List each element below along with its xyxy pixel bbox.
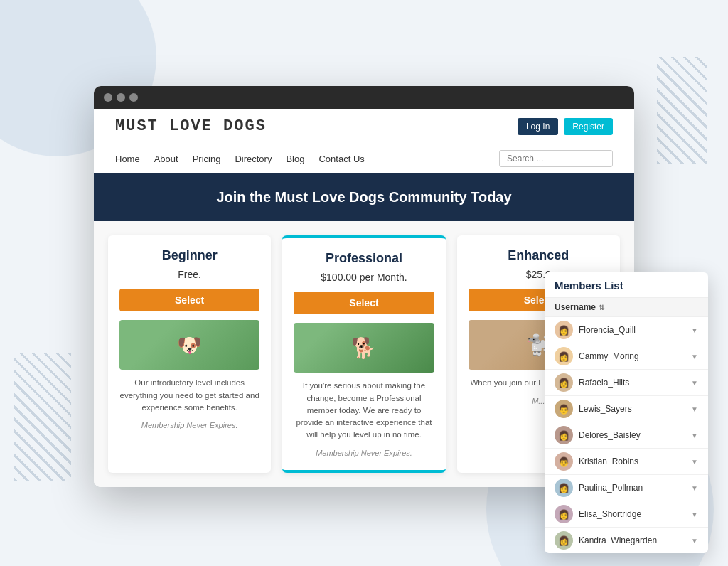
plan-name-beginner: Beginner	[119, 248, 259, 263]
avatar-emoji: 👩	[558, 430, 569, 441]
expand-arrow-icon[interactable]: ▼	[691, 326, 698, 334]
site-header: MUST LOVE DOGS Log In Register	[94, 109, 634, 144]
member-avatar: 👩	[555, 321, 573, 339]
plan-note-professional: Membership Never Expires.	[294, 449, 434, 457]
member-avatar: 👨	[555, 400, 573, 418]
member-name: Delores_Baisley	[579, 430, 641, 440]
register-button[interactable]: Register	[564, 118, 613, 135]
avatar-emoji: 👨	[558, 456, 569, 467]
member-name: Rafaela_Hiits	[579, 378, 629, 388]
member-name: Kandra_Winegarden	[579, 535, 657, 545]
expand-arrow-icon[interactable]: ▼	[691, 353, 698, 361]
member-avatar: 👩	[555, 479, 573, 497]
username-column-header: Username	[555, 302, 596, 312]
members-list-overlay: Members List Username ⇅ 👩 Florencia_Quil…	[545, 272, 708, 553]
plan-card-beginner: Beginner Free. Select 🐶 Our introductory…	[108, 235, 271, 472]
plan-price-professional: $100.00 per Month.	[294, 272, 434, 283]
member-row[interactable]: 👨 Lewis_Sayers ▼	[545, 396, 708, 422]
search-input[interactable]	[499, 150, 613, 167]
nav-links: Home About Pricing Directory Blog Contac…	[115, 152, 365, 165]
site-nav: Home About Pricing Directory Blog Contac…	[94, 144, 634, 173]
member-left: 👩 Paulina_Pollman	[555, 479, 643, 497]
select-button-beginner[interactable]: Select	[119, 289, 259, 311]
member-row[interactable]: 👩 Florencia_Quill ▼	[545, 317, 708, 343]
nav-link-directory[interactable]: Directory	[235, 154, 272, 164]
sort-icon[interactable]: ⇅	[599, 304, 604, 311]
member-avatar: 👩	[555, 347, 573, 365]
plan-card-professional: Professional $100.00 per Month. Select 🐕…	[282, 235, 445, 472]
plan-image-professional: 🐕	[294, 323, 434, 373]
nav-item-home[interactable]: Home	[115, 152, 140, 165]
member-left: 👩 Elisa_Shortridge	[555, 505, 641, 523]
member-left: 👨 Lewis_Sayers	[555, 400, 632, 418]
plan-description-professional: If you're serious about making the chang…	[294, 380, 434, 441]
nav-item-blog[interactable]: Blog	[286, 152, 304, 165]
member-avatar: 👨	[555, 452, 573, 471]
browser-chrome	[94, 86, 634, 109]
nav-item-directory[interactable]: Directory	[235, 152, 272, 165]
plan-note-beginner: Membership Never Expires.	[119, 421, 259, 429]
nav-item-contact[interactable]: Contact Us	[318, 152, 364, 165]
member-row[interactable]: 👨 Kristian_Robins ▼	[545, 449, 708, 475]
member-name: Cammy_Moring	[579, 351, 639, 361]
member-left: 👩 Delores_Baisley	[555, 426, 641, 444]
expand-arrow-icon[interactable]: ▼	[691, 432, 698, 439]
member-left: 👩 Rafaela_Hiits	[555, 373, 629, 392]
members-table-header: Username ⇅	[545, 298, 708, 317]
expand-arrow-icon[interactable]: ▼	[691, 405, 698, 413]
expand-arrow-icon[interactable]: ▼	[691, 379, 698, 387]
member-row[interactable]: 👩 Kandra_Winegarden ▼	[545, 528, 708, 553]
plan-name-enhanced: Enhanced	[469, 248, 609, 263]
nav-link-home[interactable]: Home	[115, 154, 140, 164]
hero-title: Join the Must Love Dogs Community Today	[109, 189, 619, 205]
member-row[interactable]: 👩 Delores_Baisley ▼	[545, 422, 708, 449]
expand-arrow-icon[interactable]: ▼	[691, 511, 698, 518]
nav-link-about[interactable]: About	[154, 154, 178, 164]
select-button-professional[interactable]: Select	[294, 292, 434, 314]
member-left: 👩 Kandra_Winegarden	[555, 531, 657, 550]
avatar-emoji: 👩	[558, 535, 569, 546]
header-buttons: Log In Register	[518, 118, 613, 135]
members-list-title: Members List	[545, 272, 708, 298]
avatar-emoji: 👨	[558, 404, 569, 415]
member-row[interactable]: 👩 Rafaela_Hiits ▼	[545, 370, 708, 396]
avatar-emoji: 👩	[558, 483, 569, 493]
bg-zigzag-right	[657, 57, 707, 164]
expand-arrow-icon[interactable]: ▼	[691, 484, 698, 492]
plan-name-professional: Professional	[294, 251, 434, 266]
member-avatar: 👩	[555, 531, 573, 550]
member-left: 👨 Kristian_Robins	[555, 452, 638, 471]
member-row[interactable]: 👩 Cammy_Moring ▼	[545, 343, 708, 370]
nav-item-about[interactable]: About	[154, 152, 178, 165]
plan-image-beginner: 🐶	[119, 320, 259, 370]
expand-arrow-icon[interactable]: ▼	[691, 458, 698, 466]
bg-zigzag-left	[14, 353, 71, 481]
expand-arrow-icon[interactable]: ▼	[691, 537, 698, 545]
member-row[interactable]: 👩 Elisa_Shortridge ▼	[545, 501, 708, 528]
nav-link-contact[interactable]: Contact Us	[318, 154, 364, 164]
avatar-emoji: 👩	[558, 378, 569, 388]
plan-price-beginner: Free.	[119, 269, 259, 280]
nav-link-pricing[interactable]: Pricing	[193, 154, 221, 164]
nav-item-pricing[interactable]: Pricing	[193, 152, 221, 165]
hero-banner: Join the Must Love Dogs Community Today	[94, 173, 634, 221]
login-button[interactable]: Log In	[518, 118, 558, 135]
member-name: Elisa_Shortridge	[579, 509, 641, 519]
member-avatar: 👩	[555, 373, 573, 392]
member-left: 👩 Cammy_Moring	[555, 347, 639, 365]
nav-link-blog[interactable]: Blog	[286, 154, 304, 164]
avatar-emoji: 👩	[558, 351, 569, 362]
browser-dot-2	[117, 93, 125, 102]
plan-description-beginner: Our introductory level includes everythi…	[119, 377, 259, 414]
member-name: Paulina_Pollman	[579, 483, 643, 493]
member-row[interactable]: 👩 Paulina_Pollman ▼	[545, 475, 708, 501]
browser-dot-1	[104, 93, 112, 102]
member-name: Lewis_Sayers	[579, 404, 632, 414]
avatar-emoji: 👩	[558, 509, 569, 520]
member-avatar: 👩	[555, 505, 573, 523]
member-left: 👩 Florencia_Quill	[555, 321, 636, 339]
site-logo: MUST LOVE DOGS	[115, 117, 267, 135]
members-container: 👩 Florencia_Quill ▼ 👩 Cammy_Moring ▼ 👩 R…	[545, 317, 708, 553]
member-name: Kristian_Robins	[579, 456, 638, 466]
browser-dot-3	[129, 93, 138, 102]
